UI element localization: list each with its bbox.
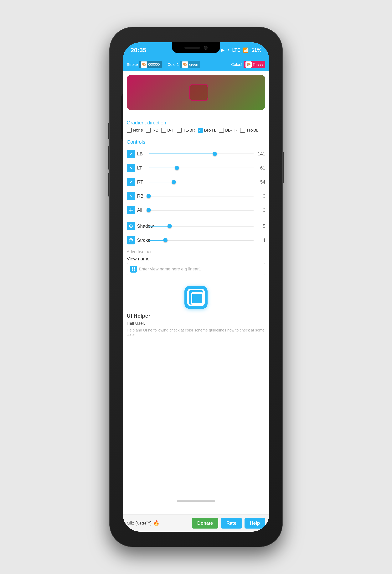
- lb-thumb[interactable]: [213, 152, 217, 156]
- front-camera: [204, 46, 208, 50]
- controls-section: Controls ↙ LB 141: [123, 139, 269, 247]
- view-name-icon: [130, 266, 137, 273]
- checkbox-tlbr[interactable]: [177, 128, 182, 133]
- rt-thumb[interactable]: [172, 180, 176, 184]
- direction-bt[interactable]: B-T: [161, 128, 174, 133]
- direction-tb[interactable]: T-B: [146, 128, 158, 133]
- lt-slider[interactable]: [149, 165, 254, 171]
- shadow-label: Shadow: [137, 224, 147, 229]
- direction-trbl[interactable]: TR-BL: [240, 128, 258, 133]
- all-thumb[interactable]: [147, 208, 151, 212]
- music-icon: ♪: [227, 47, 230, 53]
- lt-thumb[interactable]: [175, 166, 179, 170]
- status-time: 20:35: [131, 47, 146, 54]
- stroke-ring-icon: [129, 238, 133, 243]
- stroke-slider[interactable]: [149, 237, 254, 243]
- checkbox-bt[interactable]: [161, 128, 166, 133]
- shadow-value: 5: [256, 224, 265, 229]
- checkbox-tb[interactable]: [146, 128, 151, 133]
- rt-label: RT: [137, 179, 147, 185]
- label-brtl: BR-TL: [204, 128, 216, 133]
- color2-section: Color2 🎨 ffmeee: [231, 61, 265, 68]
- donate-button[interactable]: Donate: [192, 518, 218, 529]
- rb-thumb[interactable]: [147, 194, 151, 198]
- color2-value: ffmeee: [253, 62, 263, 67]
- lb-label: LB: [137, 151, 147, 157]
- gradient-preview: [127, 75, 265, 110]
- volume-up-button[interactable]: [108, 146, 109, 169]
- author-info: Milz (CRN™) 🔥: [127, 520, 189, 526]
- lb-icon-button[interactable]: ↙: [127, 150, 135, 158]
- rt-icon-button[interactable]: ↗: [127, 178, 135, 186]
- shadow-slider[interactable]: [149, 223, 254, 229]
- notch-speaker: [184, 47, 200, 49]
- divider-1: [127, 136, 265, 136]
- direction-none[interactable]: None: [127, 128, 143, 133]
- ui-helper-title: UI Helper: [127, 313, 265, 319]
- rb-slider[interactable]: [149, 193, 254, 199]
- checkbox-none[interactable]: [127, 128, 132, 133]
- direction-options: None T-B B-T TL-BR: [127, 128, 265, 133]
- view-name-input-row[interactable]: Enter view name here e.g linear1: [127, 263, 265, 275]
- status-bar: 20:35 ▣ ▶ ♪ LTE 📶 61%: [123, 42, 269, 58]
- flame-icon: 🔥: [153, 520, 159, 526]
- lb-slider[interactable]: [149, 151, 254, 157]
- label-bltr: BL-TR: [225, 128, 237, 133]
- rb-track: [149, 196, 254, 196]
- color1-button[interactable]: 🎨 green: [180, 61, 200, 68]
- label-tb: T-B: [152, 128, 158, 133]
- label-tlbr: TL-BR: [183, 128, 195, 133]
- lt-icon-button[interactable]: ↖: [127, 164, 135, 172]
- view-name-placeholder: Enter view name here e.g linear1: [139, 266, 201, 272]
- shadow-thumb[interactable]: [168, 224, 172, 228]
- rt-icon: ↗: [129, 180, 133, 184]
- stroke-section: Stroke 🎨 000000: [127, 61, 162, 68]
- svg-rect-3: [131, 210, 133, 212]
- lt-track: [149, 167, 254, 168]
- volume-down-button[interactable]: [108, 173, 109, 196]
- direction-brtl[interactable]: BR-TL: [198, 128, 216, 133]
- checkbox-trbl[interactable]: [240, 128, 245, 133]
- stroke-track: [149, 240, 254, 241]
- controls-title: Controls: [127, 139, 265, 145]
- grid-icon: [132, 267, 135, 271]
- direction-tlbr[interactable]: TL-BR: [177, 128, 195, 133]
- ui-helper-section: UI Helper Hell User, Help and UI he foll…: [123, 313, 269, 337]
- logo-section: [123, 278, 269, 313]
- stroke-icon-button[interactable]: [127, 236, 135, 245]
- rate-button[interactable]: Rate: [221, 518, 242, 529]
- svg-point-11: [130, 239, 132, 241]
- checkbox-bltr[interactable]: [219, 128, 224, 133]
- status-icons: ▣ ▶ ♪ LTE 📶 61%: [214, 47, 261, 53]
- control-all: All 0: [127, 203, 265, 217]
- power-button[interactable]: [283, 152, 284, 183]
- phone-device: 20:35 ▣ ▶ ♪ LTE 📶 61%: [109, 27, 283, 547]
- svg-rect-0: [129, 208, 131, 210]
- lte-icon: LTE: [232, 47, 240, 53]
- checkbox-brtl[interactable]: [198, 128, 203, 133]
- scroll-content[interactable]: Gradient direction None T-B B-T: [123, 71, 269, 499]
- label-bt: B-T: [167, 128, 174, 133]
- author-name: Milz (CRN™): [127, 521, 152, 526]
- rb-icon-button[interactable]: ↘: [127, 192, 135, 200]
- direction-bltr[interactable]: BL-TR: [219, 128, 237, 133]
- shadow-icon: [129, 224, 133, 228]
- stroke-color-button[interactable]: 🎨 000000: [139, 61, 162, 68]
- gradient-direction-title: Gradient direction: [127, 120, 265, 126]
- phone-screen: 20:35 ▣ ▶ ♪ LTE 📶 61%: [123, 42, 269, 532]
- all-icon-button[interactable]: [127, 206, 135, 214]
- control-shadow: Shadow 5: [127, 219, 265, 233]
- ui-helper-subtext: Help and UI he following check at color …: [127, 328, 265, 337]
- all-slider[interactable]: [149, 207, 254, 213]
- stroke-ctrl-label: Stroke: [137, 238, 147, 243]
- color2-button[interactable]: 🎨 ffmeee: [244, 61, 265, 68]
- all-value: 0: [256, 207, 265, 213]
- all-label: All: [137, 207, 147, 213]
- shadow-icon-button[interactable]: [127, 222, 135, 230]
- svg-rect-1: [131, 208, 133, 210]
- help-button[interactable]: Help: [245, 518, 265, 529]
- color1-value: green: [189, 62, 198, 67]
- rt-slider[interactable]: [149, 179, 254, 185]
- color2-label: Color2: [231, 62, 242, 67]
- stroke-thumb[interactable]: [163, 238, 168, 242]
